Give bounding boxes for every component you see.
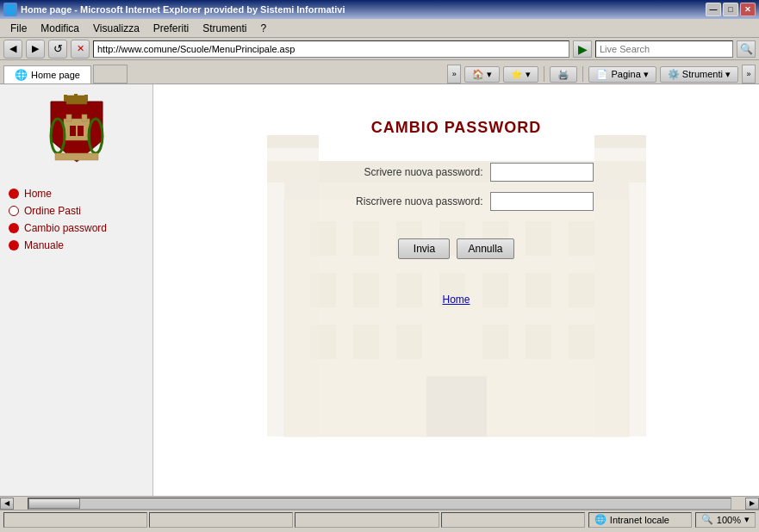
back-button[interactable]: ◀ xyxy=(3,40,22,59)
zoom-level: 100% xyxy=(717,515,741,525)
menu-help[interactable]: ? xyxy=(254,21,274,36)
forward-button[interactable]: ▶ xyxy=(26,40,45,59)
scroll-left-button[interactable]: ◀ xyxy=(0,498,14,510)
dot-home xyxy=(9,189,19,199)
globe-icon: 🌐 xyxy=(594,514,607,525)
status-zoom[interactable]: 🔍 100% ▾ xyxy=(695,512,756,528)
favorites-toolbar-button[interactable]: ⭐ ▾ xyxy=(503,66,538,83)
confirm-password-label: Riscrivere nuova password: xyxy=(320,195,483,207)
scrollbar-thumb[interactable] xyxy=(28,498,80,509)
go-button[interactable]: ▶ xyxy=(573,40,592,58)
dot-manuale xyxy=(9,240,19,251)
expand-right-button[interactable]: » xyxy=(742,65,756,84)
address-input[interactable] xyxy=(93,40,569,58)
svg-rect-35 xyxy=(426,376,487,436)
svg-rect-1 xyxy=(64,95,67,102)
svg-rect-3 xyxy=(84,95,88,102)
home-toolbar-button[interactable]: 🏠 ▾ xyxy=(464,66,500,83)
new-tab-button[interactable] xyxy=(93,65,128,84)
nav-link-manuale[interactable]: Manuale xyxy=(9,239,144,251)
pagina-button[interactable]: 📄 Pagina ▾ xyxy=(588,66,656,83)
sidebar: Home Ordine Pasti Cambio password Manual… xyxy=(0,84,153,496)
zoom-dropdown-icon[interactable]: ▾ xyxy=(744,514,750,525)
svg-rect-11 xyxy=(55,153,98,160)
new-password-label: Scrivere nuova password: xyxy=(320,166,483,178)
menu-modifica[interactable]: Modifica xyxy=(34,21,86,36)
cancel-button[interactable]: Annulla xyxy=(457,238,513,259)
svg-rect-8 xyxy=(82,114,87,121)
menu-strumenti[interactable]: Strumenti xyxy=(196,21,253,36)
svg-rect-7 xyxy=(66,114,72,121)
svg-rect-34 xyxy=(569,325,594,359)
maximize-button[interactable]: □ xyxy=(723,3,738,16)
dot-cambio-password xyxy=(9,223,19,233)
svg-rect-32 xyxy=(482,325,508,359)
menu-visualizza[interactable]: Visualizza xyxy=(86,21,146,36)
new-password-row: Scrivere nuova password: xyxy=(320,163,594,182)
title-bar: 🌐 Home page - Microsoft Internet Explore… xyxy=(0,0,759,19)
menu-preferiti[interactable]: Preferiti xyxy=(146,21,196,36)
main-content: CAMBIO PASSWORD Scrivere nuova password:… xyxy=(153,84,759,496)
tabs-bar: 🌐 Home page » 🏠 ▾ ⭐ ▾ 🖨️ 📄 Pagina ▾ ⚙️ S… xyxy=(0,60,759,84)
nav-link-ordine-pasti[interactable]: Ordine Pasti xyxy=(9,205,144,217)
address-bar: ◀ ▶ ↺ ✕ ▶ 🔍 xyxy=(0,38,759,60)
minimize-button[interactable]: — xyxy=(706,3,721,16)
confirm-password-input[interactable] xyxy=(490,192,594,211)
svg-rect-6 xyxy=(78,126,84,136)
menu-bar: File Modifica Visualizza Preferiti Strum… xyxy=(0,19,759,38)
svg-rect-33 xyxy=(526,325,551,359)
status-zone: 🌐 Intranet locale xyxy=(588,512,692,528)
tab-label: Home page xyxy=(31,70,80,80)
new-password-input[interactable] xyxy=(490,163,594,182)
stop-button[interactable]: ✕ xyxy=(71,40,90,59)
app-icon: 🌐 xyxy=(3,3,17,16)
form-title: CAMBIO PASSWORD xyxy=(371,119,542,137)
svg-rect-2 xyxy=(74,94,78,102)
status-message xyxy=(3,512,147,528)
municipality-crest xyxy=(42,93,111,170)
svg-rect-5 xyxy=(70,126,76,136)
close-button[interactable]: ✕ xyxy=(740,3,756,16)
nav-links: Home Ordine Pasti Cambio password Manual… xyxy=(9,188,144,251)
status-segment-3 xyxy=(295,512,439,528)
search-input[interactable] xyxy=(595,40,733,58)
svg-rect-31 xyxy=(396,325,422,359)
form-buttons: Invia Annulla xyxy=(398,238,513,259)
print-button[interactable]: 🖨️ xyxy=(550,66,577,83)
svg-rect-4 xyxy=(64,119,90,140)
dot-ordine-pasti xyxy=(9,206,19,216)
search-button[interactable]: 🔍 xyxy=(737,40,756,58)
svg-rect-30 xyxy=(353,325,379,359)
zone-label: Intranet locale xyxy=(610,515,669,525)
status-segment-2 xyxy=(149,512,293,528)
tab-homepage[interactable]: 🌐 Home page xyxy=(3,65,91,84)
link-home[interactable]: Home xyxy=(24,188,52,200)
scroll-right-button[interactable]: ▶ xyxy=(745,498,759,510)
scrollbar-area: ◀ ▶ xyxy=(0,496,759,510)
refresh-button[interactable]: ↺ xyxy=(48,40,67,59)
link-manuale[interactable]: Manuale xyxy=(24,239,64,251)
expand-toolbar-button[interactable]: » xyxy=(447,65,461,84)
link-ordine-pasti[interactable]: Ordine Pasti xyxy=(24,205,81,217)
scrollbar-track[interactable] xyxy=(28,498,731,510)
form-container: CAMBIO PASSWORD Scrivere nuova password:… xyxy=(153,84,759,306)
status-segment-4 xyxy=(441,512,585,528)
home-link[interactable]: Home xyxy=(442,294,470,306)
nav-link-home[interactable]: Home xyxy=(9,188,144,200)
zoom-icon: 🔍 xyxy=(701,514,713,525)
nav-link-cambio-password[interactable]: Cambio password xyxy=(9,222,144,234)
confirm-password-row: Riscrivere nuova password: xyxy=(320,192,594,211)
status-bar: 🌐 Intranet locale 🔍 100% ▾ xyxy=(0,510,759,529)
strumenti-button[interactable]: ⚙️ Strumenti ▾ xyxy=(660,66,738,83)
tab-icon: 🌐 xyxy=(15,69,28,81)
submit-button[interactable]: Invia xyxy=(398,238,450,259)
window-title: Home page - Microsoft Internet Explorer … xyxy=(21,4,345,15)
menu-file[interactable]: File xyxy=(3,21,34,36)
browser-content: Home Ordine Pasti Cambio password Manual… xyxy=(0,84,759,496)
link-cambio-password[interactable]: Cambio password xyxy=(24,222,107,234)
